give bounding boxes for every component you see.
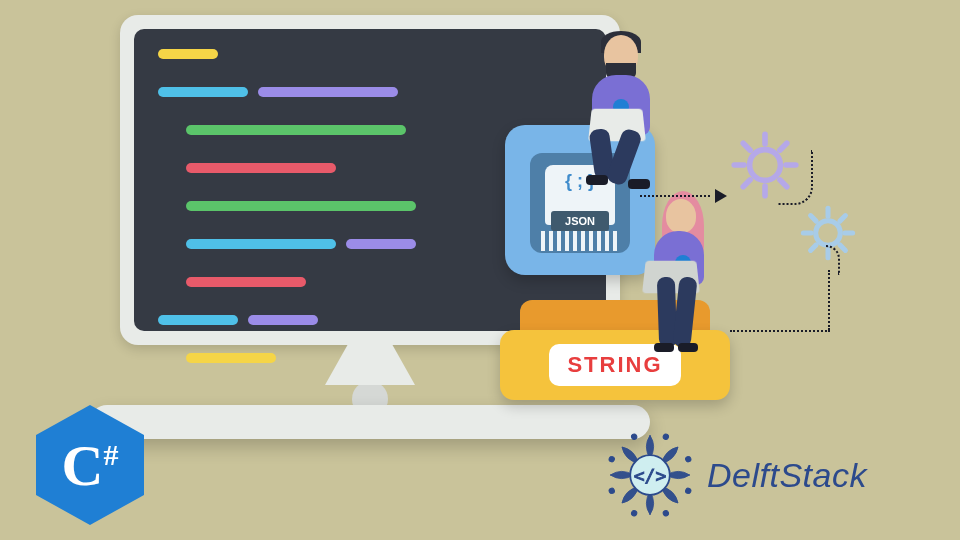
shoe: [586, 175, 608, 185]
svg-line-11: [840, 245, 846, 251]
code-segment: [186, 201, 416, 211]
shoe: [678, 343, 698, 352]
code-segment: [346, 239, 416, 249]
person-female-illustration: [610, 195, 730, 345]
svg-point-20: [685, 487, 692, 494]
delftstack-logo: </> DelftStack: [605, 430, 867, 520]
svg-line-13: [811, 245, 817, 251]
shoe: [628, 179, 650, 189]
monitor-stand: [325, 345, 415, 385]
code-segment: [258, 87, 398, 97]
code-segment: [186, 277, 306, 287]
svg-text:</>: </>: [634, 465, 667, 486]
svg-point-0: [750, 150, 781, 181]
svg-line-17: [840, 216, 846, 222]
flow-line: [778, 150, 813, 205]
code-line: [158, 87, 582, 111]
json-label: JSON: [551, 211, 609, 231]
svg-point-21: [662, 510, 669, 517]
svg-point-18: [662, 433, 669, 440]
svg-line-4: [743, 180, 750, 187]
code-segment: [186, 353, 276, 363]
svg-point-22: [631, 510, 638, 517]
svg-point-25: [631, 433, 638, 440]
code-segment: [186, 239, 336, 249]
code-line: [158, 49, 582, 73]
flow-arrow-head-icon: [715, 189, 727, 203]
monitor-base: [90, 405, 650, 439]
person-male-illustration: [562, 35, 682, 175]
flow-line: [730, 330, 830, 332]
svg-point-23: [608, 487, 615, 494]
flow-arrow-line: [640, 195, 710, 197]
svg-point-9: [816, 221, 841, 246]
code-segment: [158, 315, 238, 325]
shoe: [654, 343, 674, 352]
svg-point-24: [608, 456, 615, 463]
mandala-icon: </>: [605, 430, 695, 520]
code-line: [158, 277, 582, 301]
svg-point-19: [685, 456, 692, 463]
svg-line-15: [811, 216, 817, 222]
code-segment: [186, 163, 336, 173]
svg-line-6: [743, 143, 750, 150]
csharp-letter: C#: [62, 432, 119, 499]
code-segment: [186, 125, 406, 135]
code-segment: [248, 315, 318, 325]
code-segment: [158, 87, 248, 97]
head: [666, 199, 696, 233]
flow-line: [828, 270, 830, 330]
json-shred-strips: [541, 231, 619, 251]
delftstack-text: DelftStack: [707, 456, 867, 495]
code-segment: [158, 49, 218, 59]
